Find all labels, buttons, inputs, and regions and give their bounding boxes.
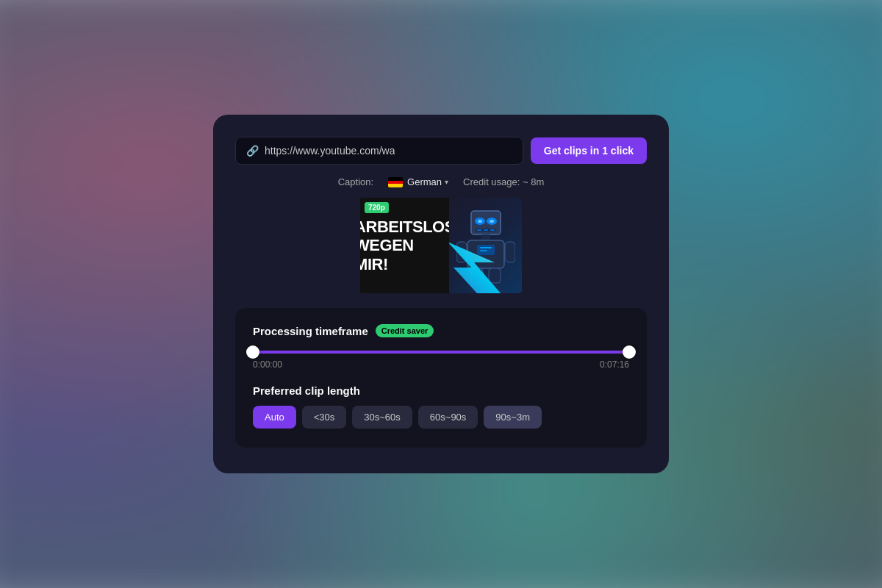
thumbnail-robot-side: [449, 198, 522, 293]
thumbnail-headline: ARBEITSLOS WEGEN MIR!: [360, 218, 455, 273]
credit-saver-badge: Credit saver: [376, 324, 434, 337]
credit-value: ~ 8m: [523, 176, 544, 187]
credit-usage-display: Credit usage: ~ 8m: [463, 176, 544, 187]
caption-row: Caption: German ▾ Credit usage: ~ 8m: [235, 176, 647, 187]
slider-knob-end[interactable]: [623, 345, 636, 359]
credit-label: Credit usage:: [463, 176, 520, 187]
slider-knob-start[interactable]: [246, 345, 259, 359]
link-icon: 🔗: [246, 145, 259, 157]
processing-card: Processing timeframe Credit saver 0:00:0…: [235, 308, 647, 448]
clip-length-title: Preferred clip length: [253, 384, 629, 397]
svg-rect-12: [480, 247, 492, 248]
svg-rect-8: [490, 229, 495, 231]
clip-btn-90s-3m[interactable]: 90s~3m: [484, 406, 542, 429]
get-clips-button[interactable]: Get clips in 1 click: [531, 137, 647, 164]
clip-length-buttons: Auto <30s 30s~60s 60s~90s 90s~3m: [253, 406, 629, 429]
caption-label: Caption:: [338, 176, 373, 187]
url-row: 🔗 https://www.youtube.com/wa Get clips i…: [235, 137, 647, 165]
svg-rect-15: [505, 242, 515, 262]
language-name: German: [407, 176, 442, 187]
headline-line3: MIR!: [360, 255, 388, 273]
slider-end-time: 0:07:16: [600, 359, 629, 370]
svg-rect-17: [489, 268, 501, 283]
clip-btn-60-90s[interactable]: 60s~90s: [418, 406, 478, 429]
svg-rect-13: [480, 250, 487, 251]
svg-rect-9: [481, 234, 490, 240]
main-card: 🔗 https://www.youtube.com/wa Get clips i…: [213, 115, 669, 473]
chevron-down-icon: ▾: [445, 178, 448, 186]
clip-btn-auto[interactable]: Auto: [253, 406, 296, 429]
url-input-wrapper[interactable]: 🔗 https://www.youtube.com/wa: [235, 137, 523, 165]
timeframe-slider-container: 0:00:00 0:07:16: [253, 351, 629, 370]
slider-track[interactable]: [253, 351, 629, 354]
svg-point-4: [490, 220, 494, 223]
svg-point-3: [478, 220, 482, 223]
slider-start-time: 0:00:00: [253, 359, 282, 370]
caption-language-selector[interactable]: German ▾: [388, 176, 448, 187]
svg-rect-7: [484, 229, 488, 231]
processing-title: Processing timeframe: [253, 325, 368, 337]
headline-line2: WEGEN: [360, 236, 414, 254]
clip-btn-30-60s[interactable]: 30s~60s: [352, 406, 412, 429]
slider-times: 0:00:00 0:07:16: [253, 359, 629, 370]
clip-length-section: Preferred clip length Auto <30s 30s~60s …: [253, 384, 629, 429]
url-display: https://www.youtube.com/wa: [265, 145, 395, 157]
headline-line1: ARBEITSLOS: [360, 218, 455, 236]
flag-de-icon: [388, 177, 403, 187]
processing-header: Processing timeframe Credit saver: [253, 324, 629, 337]
quality-badge: 720p: [365, 202, 389, 213]
clip-btn-30s[interactable]: <30s: [302, 406, 347, 429]
svg-rect-6: [477, 229, 481, 231]
video-thumbnail: 720p ARBEITSLOS WEGEN MIR!: [360, 198, 522, 293]
